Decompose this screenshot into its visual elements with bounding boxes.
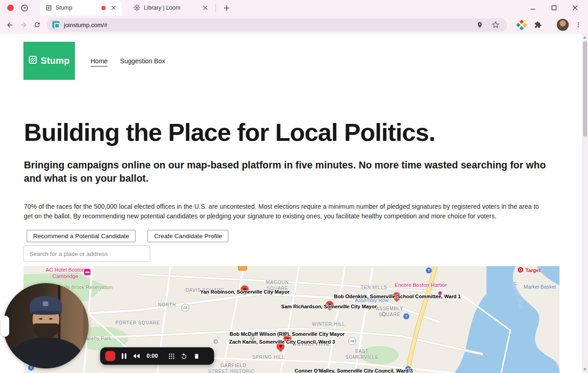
hotel-poi-icon [84,269,90,275]
nav-suggestion-box[interactable]: Suggestion Box [120,57,165,67]
main-nav: Home Suggestion Box [90,57,165,67]
tab-strip: Stump Library | Loom [0,0,588,16]
url-text: joinstump.com/# [64,22,469,28]
place-search-input[interactable] [23,245,150,262]
map-label-north: NORTH [158,302,176,307]
minimize-button[interactable] [526,1,540,14]
tab-stump[interactable]: Stump [40,0,122,16]
location-icon[interactable] [474,19,486,31]
loom-control-bar: 0:00 [100,347,214,365]
stump-logo[interactable]: Stump [23,42,75,80]
map-label-porter-square: PORTER SQUARE [115,320,160,325]
route-2a-badge: 2A [181,304,189,312]
webcam-drag-handle[interactable] [1,316,9,337]
map-label-street-historic: STREET HISTORIC [208,369,255,373]
scrollbar-thumb[interactable] [583,41,587,137]
new-tab-button[interactable] [220,2,232,14]
stop-recording-button[interactable] [105,351,115,361]
maximize-button[interactable] [547,1,561,14]
grid-handle-icon[interactable] [169,353,175,359]
pin-label: Yan Robinson, Somerville City Mayor [200,289,289,295]
target-poi-icon [518,267,523,273]
person-cap-brim [31,311,61,315]
webcam-bubble[interactable] [3,283,89,368]
page-content: Stump Home Suggestion Box Building the P… [0,34,582,373]
pause-button[interactable] [121,353,127,359]
map-label-spring-hill: SPRING HILL [252,355,285,360]
transit-t-icon [426,267,432,273]
bookmark-star-icon[interactable] [490,19,502,31]
person-eye [39,318,42,320]
extensions-puzzle-icon[interactable] [532,19,544,31]
close-window-button[interactable] [568,1,582,14]
loom-favicon [134,5,140,11]
scroll-down-arrow-icon[interactable] [583,368,586,371]
recording-timer: 0:00 [147,353,158,359]
browser-chrome: Stump Library | Loom [0,0,588,34]
tab-title: Stump [56,5,98,11]
reload-button[interactable] [31,19,43,31]
map-label-ten-hills: TEN HILLS [361,285,387,290]
map-label-encore: Encore Boston Harbor [395,282,447,288]
pin-label: Conner O'Malley, Somerville City Council… [295,368,413,373]
delete-recording-button[interactable] [193,353,200,360]
extension-colored-icon[interactable] [515,19,527,31]
station-icon [382,312,386,316]
tab-recording-indicator [102,6,106,10]
recording-dot-icon [7,5,14,11]
pin-label: Bob Odenkirk, Somerville School Committe… [334,294,461,299]
page-title: Building the Place for Local Politics. [24,118,552,146]
rewind-button[interactable] [133,353,141,359]
nav-home[interactable]: Home [90,57,107,67]
tab-close-icon[interactable] [201,4,209,12]
forward-button[interactable] [17,19,29,31]
page-scrollbar[interactable] [582,34,588,373]
hero-subtitle: Bringing campaigns online on our map-bas… [24,159,554,186]
pin-label: Zach Kanin, Somerville City Council, War… [229,339,335,345]
pin-label: Bob McDuff Wilson (RIP), Somerville City… [230,331,345,337]
map-label-winter-hill: WINTER HILL [312,322,345,327]
tab-close-icon[interactable] [109,4,117,12]
map-label-market-basket: Market Basket [524,284,556,289]
record-ring-icon [21,5,28,11]
pin-label: Sam Richardson, Somerville City Mayor [281,304,377,309]
logo-text: Stump [40,56,69,66]
profile-avatar[interactable] [557,19,569,31]
tab-loom-library[interactable]: Library | Loom [128,0,214,16]
site-icon [52,21,60,28]
menu-dots-icon[interactable] [572,19,584,31]
stump-logo-icon [28,56,37,66]
map-label-garfield: GARFIELD [220,363,246,368]
station-icon [214,340,218,344]
map-label-assembly-square: ASSEMBLY SQUARE [373,306,406,317]
tab-title: Library | Loom [144,5,198,11]
browser-toolbar: joinstump.com/# [0,16,588,34]
map-label-target: Target [526,267,541,273]
recommend-candidate-button[interactable]: Recommend a Potential Candidate [27,230,136,242]
route-28-badge: 28 [348,337,356,345]
route-shield-icon [238,266,247,271]
restart-recording-button[interactable] [181,353,187,360]
tab-divider [215,4,216,12]
hero-body-text: 70% of the races for the 500,000 local e… [24,202,543,222]
map-label-east-somerville: EAST SOMERVILLE [341,349,383,360]
person-eye [49,318,52,320]
back-button[interactable] [4,19,16,31]
scroll-up-arrow-icon[interactable] [583,36,586,39]
stump-favicon [45,5,52,11]
person-beard [34,323,58,338]
create-profile-button[interactable]: Create Candidate Profile [147,230,228,242]
cta-row: Recommend a Potential Candidate Create C… [27,230,228,242]
address-bar[interactable]: joinstump.com/# [47,18,507,32]
transit-t-icon [403,313,409,319]
window-controls [526,0,588,16]
